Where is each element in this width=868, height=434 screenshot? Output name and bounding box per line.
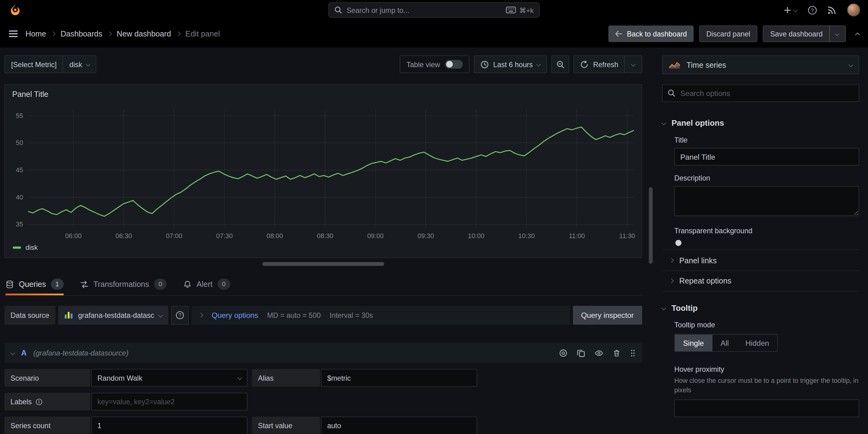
svg-text:?: ? <box>179 312 182 318</box>
panel-links-section[interactable]: Panel links <box>662 249 859 270</box>
options-search[interactable] <box>662 84 859 102</box>
chevron-right-icon <box>669 279 674 283</box>
tab-queries[interactable]: Queries 1 <box>5 273 63 295</box>
visualization-picker[interactable]: Time series <box>662 56 859 74</box>
svg-text:40: 40 <box>16 194 23 201</box>
svg-text:10:00: 10:00 <box>468 232 485 240</box>
refresh-button[interactable]: Refresh <box>574 56 625 73</box>
timeseries-chart[interactable]: 354045505506:0006:3007:0007:3008:0008:30… <box>7 104 639 242</box>
user-avatar[interactable] <box>847 3 860 17</box>
query-options-bar[interactable]: Query options MD = auto = 500 Interval =… <box>192 306 570 325</box>
disable-query-icon[interactable] <box>559 349 567 357</box>
description-field-label: Description <box>674 174 859 182</box>
global-search[interactable]: ⌘+k <box>328 2 540 18</box>
chevron-down-icon <box>793 8 798 12</box>
drag-handle-icon[interactable] <box>630 349 636 357</box>
repeat-options-section[interactable]: Repeat options <box>662 270 859 291</box>
edit-actions: Back to dashboard Discard panel Save das… <box>609 25 859 42</box>
scenario-value: Random Walk <box>97 374 143 382</box>
panel-options-sidebar: Time series Panel options Title Descr <box>653 48 868 434</box>
chevron-down-icon <box>537 62 541 66</box>
query-options-link[interactable]: Query options <box>212 311 258 319</box>
form-row: Series count Start value <box>4 416 642 434</box>
chevron-down-icon <box>661 306 666 310</box>
datasource-label: Data source <box>4 306 55 325</box>
query-row-header[interactable]: A (grafana-testdata-datasource) <box>4 343 642 363</box>
breadcrumb: Home Dashboards New dashboard Edit panel <box>25 29 220 38</box>
transformations-count-badge: 0 <box>154 279 166 290</box>
hover-proximity-input[interactable] <box>674 399 859 417</box>
alias-input[interactable] <box>327 374 471 382</box>
table-view-control: Table view <box>400 56 469 73</box>
panel-title[interactable]: Panel Title <box>5 85 642 104</box>
datasource-icon <box>64 311 73 319</box>
breadcrumb-new-dashboard[interactable]: New dashboard <box>117 29 171 38</box>
global-search-input[interactable] <box>346 6 501 14</box>
query-datasource-name: (grafana-testdata-datasource) <box>33 349 129 357</box>
back-to-dashboard-button[interactable]: Back to dashboard <box>609 25 693 42</box>
breadcrumb-bar: Home Dashboards New dashboard Edit panel… <box>0 20 868 48</box>
labels-input[interactable] <box>97 398 241 406</box>
options-search-input[interactable] <box>680 89 854 97</box>
interval-stat: Interval = 30s <box>330 311 373 319</box>
database-icon <box>5 280 14 288</box>
tooltip-mode-single[interactable]: Single <box>675 335 712 351</box>
hide-query-icon[interactable] <box>594 349 603 357</box>
refresh-label: Refresh <box>593 60 618 68</box>
breadcrumb-dashboards[interactable]: Dashboards <box>61 29 102 38</box>
panel-options-header[interactable]: Panel options <box>662 119 859 127</box>
series-count-input[interactable] <box>97 422 241 430</box>
pane-resize-handle[interactable] <box>262 262 384 266</box>
svg-text:08:00: 08:00 <box>267 232 283 240</box>
new-menu-button[interactable] <box>783 6 797 14</box>
chevron-down-icon <box>158 313 163 318</box>
question-circle-icon: ? <box>176 311 185 320</box>
shortcut-label: ⌘+k <box>519 6 533 14</box>
metric-dropdown[interactable]: disk <box>63 56 96 73</box>
table-view-toggle[interactable] <box>445 60 463 69</box>
scenario-select[interactable]: Random Walk <box>91 369 247 387</box>
duplicate-query-icon[interactable] <box>577 349 585 357</box>
discard-panel-button[interactable]: Discard panel <box>699 25 757 42</box>
query-ref-id[interactable]: A <box>21 348 27 357</box>
repeat-options-label: Repeat options <box>679 277 732 285</box>
description-textarea[interactable] <box>674 186 859 216</box>
tooltip-mode-group: Single All Hidden <box>674 334 778 352</box>
refresh-interval-dropdown[interactable] <box>624 56 642 73</box>
tab-alert[interactable]: Alert 0 <box>183 273 230 295</box>
arrow-left-icon <box>615 30 622 37</box>
save-dashboard-button[interactable]: Save dashboard <box>763 25 846 42</box>
tooltip-mode-hidden[interactable]: Hidden <box>737 335 778 351</box>
legend-label[interactable]: disk <box>25 244 38 251</box>
panel-title-input[interactable] <box>674 148 859 166</box>
news-rss-icon[interactable] <box>828 5 836 15</box>
alias-field <box>321 369 477 387</box>
keyboard-shortcut: ⌘+k <box>506 6 533 14</box>
delete-query-icon[interactable] <box>613 349 621 357</box>
select-metric-button[interactable]: [Select Metric] <box>4 56 63 73</box>
menu-toggle-icon[interactable] <box>9 30 18 37</box>
collapse-header-button[interactable] <box>856 30 859 38</box>
time-range-picker[interactable]: Last 6 hours <box>474 56 547 73</box>
tooltip-header[interactable]: Tooltip <box>662 303 859 312</box>
help-icon[interactable]: ? <box>808 5 817 15</box>
query-inspector-button[interactable]: Query inspector <box>573 306 642 325</box>
zoom-out-button[interactable] <box>552 56 569 73</box>
grafana-logo-icon[interactable] <box>8 3 22 17</box>
start-value-label: Start value <box>252 416 320 434</box>
datasource-picker[interactable]: grafana-testdata-datasc <box>58 306 168 325</box>
breadcrumb-home[interactable]: Home <box>25 29 46 38</box>
svg-text:11:00: 11:00 <box>569 232 585 240</box>
info-circle-icon[interactable] <box>35 398 42 405</box>
datasource-help-button[interactable]: ? <box>171 306 189 325</box>
tab-transformations[interactable]: Transformations 0 <box>80 273 167 295</box>
top-nav-actions: ? <box>783 3 860 17</box>
tooltip-mode-all[interactable]: All <box>712 335 737 351</box>
options-scrollbar-thumb[interactable] <box>649 187 653 264</box>
start-value-input[interactable] <box>327 422 471 430</box>
edit-panel-content: [Select Metric] disk Table view <box>0 48 868 434</box>
collapse-query-icon[interactable] <box>10 351 15 355</box>
chart-legend: disk <box>5 242 642 258</box>
svg-text:55: 55 <box>16 112 23 119</box>
chevron-down-icon[interactable] <box>835 32 839 36</box>
